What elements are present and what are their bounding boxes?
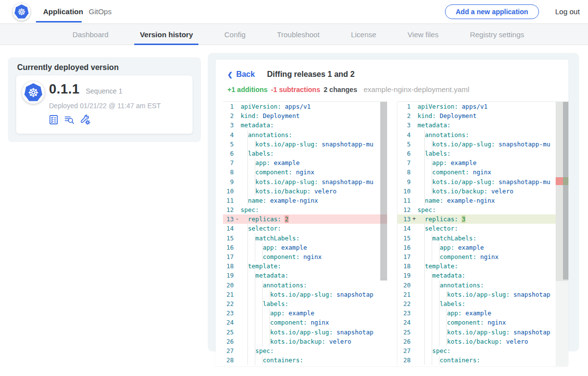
code-line: 17 component: nginx bbox=[223, 252, 387, 261]
indent-guide bbox=[424, 328, 425, 337]
diff-pane-new[interactable]: 1apiVersion: apps/v12kind: Deployment3me… bbox=[397, 101, 568, 366]
code-text: labels: bbox=[241, 149, 387, 158]
indent-guide bbox=[432, 346, 432, 355]
line-number: 20 bbox=[223, 281, 234, 290]
diff-marker bbox=[411, 328, 417, 337]
line-number: 5 bbox=[223, 140, 234, 149]
code-line: 24 component: nginx bbox=[397, 318, 556, 327]
code-line: 5 kots.io/app-slug: snapshotapp-mu bbox=[397, 140, 556, 149]
diff-title: Diffing releases 1 and 2 bbox=[267, 70, 355, 79]
subnav-tab-dashboard[interactable]: Dashboard bbox=[73, 24, 108, 45]
code-text: spec: bbox=[417, 205, 556, 214]
nav-tab-application[interactable]: Application bbox=[43, 0, 83, 24]
indent-guide bbox=[247, 224, 248, 233]
indent-guide bbox=[262, 355, 263, 365]
code-line: 25 kots.io/app-slug: snapshotap bbox=[223, 328, 387, 337]
view-logs-icon[interactable] bbox=[64, 114, 75, 125]
diff-marker bbox=[234, 252, 241, 261]
line-number: 24 bbox=[397, 318, 411, 327]
kubernetes-wheel-icon: ☸ bbox=[24, 83, 43, 102]
edit-config-icon[interactable] bbox=[79, 114, 91, 125]
subnav-tab-version-history[interactable]: Version history bbox=[140, 24, 193, 45]
line-number: 27 bbox=[397, 346, 411, 355]
diff-stats: +1 additions -1 subtractions 2 changes e… bbox=[227, 85, 469, 94]
code-text: kots.io/app-slug: snapshotapp-mu bbox=[241, 140, 387, 149]
code-line: 10 kots.io/backup: velero bbox=[397, 187, 556, 196]
nav-tab-gitops[interactable]: GitOps bbox=[89, 0, 112, 24]
code-text: kots.io/app-slug: snapshotapp-mu bbox=[241, 177, 387, 187]
indent-guide bbox=[424, 355, 425, 365]
indent-guide bbox=[255, 234, 255, 243]
indent-guide bbox=[255, 177, 255, 187]
line-number: 6 bbox=[397, 149, 411, 158]
indent-guide bbox=[446, 328, 447, 337]
code-text: kots.io/backup: velero bbox=[417, 337, 556, 346]
indent-guide bbox=[247, 243, 248, 252]
subtractions-count: -1 subtractions bbox=[271, 86, 320, 94]
scrollbar-thumb[interactable] bbox=[380, 102, 387, 281]
diff-pane-old[interactable]: 1apiVersion: apps/v12kind: Deployment3me… bbox=[223, 101, 387, 366]
indent-guide bbox=[432, 140, 432, 149]
indent-guide bbox=[432, 252, 432, 261]
indent-guide bbox=[439, 328, 440, 337]
code-line: 7 app: example bbox=[223, 158, 387, 167]
diff-marker bbox=[234, 243, 241, 252]
subnav-tab-registry-settings[interactable]: Registry settings bbox=[470, 24, 524, 45]
line-number: 13 bbox=[223, 214, 234, 224]
subnav-tab-license[interactable]: License bbox=[351, 24, 376, 45]
code-line: 18 template: bbox=[223, 261, 387, 271]
diff-marker bbox=[411, 187, 417, 196]
indent-guide bbox=[247, 158, 248, 167]
indent-guide bbox=[262, 308, 263, 318]
diff-editor: 1apiVersion: apps/v12kind: Deployment3me… bbox=[223, 101, 561, 366]
line-number: 20 bbox=[397, 281, 411, 290]
code-text: kots.io/backup: velero bbox=[417, 187, 556, 196]
app-subnav: Dashboard Version history Config Trouble… bbox=[0, 24, 588, 45]
line-number: 28 bbox=[223, 355, 234, 365]
subnav-tab-troubleshoot[interactable]: Troubleshoot bbox=[277, 24, 319, 45]
indent-guide bbox=[424, 158, 425, 167]
indent-guide bbox=[424, 177, 425, 187]
code-text: component: nginx bbox=[417, 252, 556, 261]
indent-guide bbox=[424, 140, 425, 149]
indent-guide bbox=[247, 337, 248, 346]
indent-guide bbox=[432, 290, 432, 299]
line-number: 4 bbox=[223, 130, 234, 140]
line-number: 9 bbox=[397, 177, 411, 187]
code-line: 13- replicas: 2 bbox=[223, 214, 387, 224]
release-notes-icon[interactable] bbox=[48, 114, 59, 125]
code-text: apiVersion: apps/v1 bbox=[241, 102, 387, 111]
diff-marker bbox=[234, 234, 241, 243]
logout-button[interactable]: Log out bbox=[555, 0, 580, 24]
indent-guide bbox=[247, 308, 248, 318]
subnav-tab-config[interactable]: Config bbox=[224, 24, 245, 45]
code-text: component: nginx bbox=[417, 167, 556, 177]
line-number: 10 bbox=[223, 187, 234, 196]
code-line: 4 annotations: bbox=[397, 130, 556, 140]
code-text: component: nginx bbox=[417, 318, 556, 327]
indent-guide bbox=[255, 299, 255, 308]
indent-guide bbox=[247, 167, 248, 177]
code-line: 14 selector: bbox=[223, 224, 387, 233]
code-line: 14 selector: bbox=[397, 224, 556, 233]
code-line: 11 name: example-nginx bbox=[397, 196, 556, 205]
diff-marker bbox=[234, 328, 241, 337]
code-text: kots.io/app-slug: snapshotapp-mu bbox=[417, 140, 556, 149]
indent-guide bbox=[424, 149, 425, 158]
scrollbar-thumb[interactable] bbox=[563, 102, 568, 280]
subnav-tab-view-files[interactable]: View files bbox=[408, 24, 439, 45]
add-application-button[interactable]: Add a new application bbox=[445, 4, 539, 19]
indent-guide bbox=[424, 261, 425, 271]
indent-guide bbox=[424, 271, 425, 280]
diff-marker bbox=[234, 205, 241, 214]
indent-guide bbox=[424, 214, 425, 224]
code-line: 18 template: bbox=[397, 261, 556, 271]
indent-guide bbox=[432, 328, 432, 337]
code-line: 15 matchLabels: bbox=[397, 234, 556, 243]
code-line: 24 component: nginx bbox=[223, 318, 387, 327]
code-text: app: example bbox=[417, 158, 556, 167]
line-number: 17 bbox=[223, 252, 234, 261]
back-button[interactable]: ❮ Back bbox=[227, 70, 255, 79]
version-label: 0.1.1 bbox=[49, 82, 80, 97]
indent-guide bbox=[432, 281, 432, 290]
